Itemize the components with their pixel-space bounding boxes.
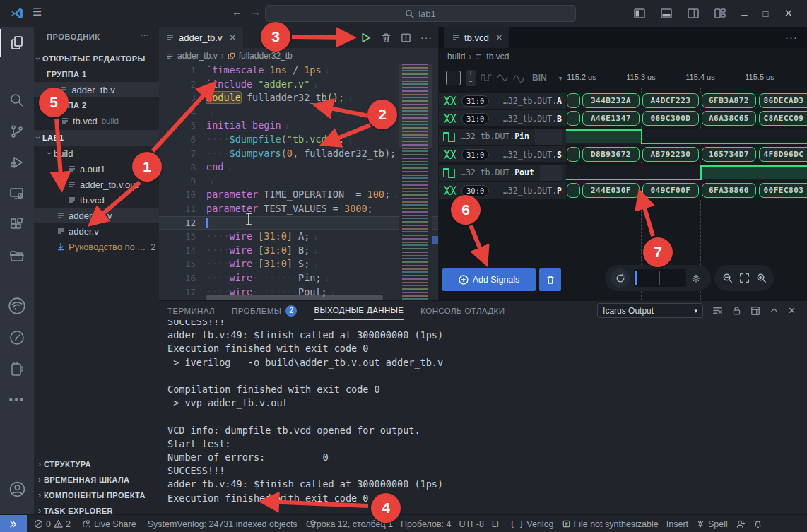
panel-tab-terminal[interactable]: ТЕРМИНАЛ [167,301,215,320]
wave-breadcrumb[interactable]: build › tb.vcd [447,48,509,65]
spell-checker-status[interactable]: Spell [696,519,728,529]
signal-row-Pin[interactable]: …32_tb.DUT.Pin [439,129,566,145]
signal-row-B[interactable]: 31:0…32_tb.DUT.B [439,110,566,126]
wireless-tool-icon[interactable] [0,292,34,320]
wave-more-icon[interactable]: ··· [785,31,798,43]
code-line-10[interactable]: 10parameter TIME_OPERATION = 100;↓ [159,188,438,202]
code-line-15[interactable]: 15····wire [31:0] S;↓ [159,257,438,271]
toggle-sidebar-icon[interactable] [634,8,645,19]
timing-tool-icon[interactable] [0,324,34,352]
workspace-header-lab1[interactable]: › LAB1 [34,130,159,146]
pulse-format-icon[interactable] [481,73,492,83]
language-indexer-status[interactable]: SystemVerilog: 24731 indexed objects [148,519,298,529]
breadcrumb[interactable]: adder_tb.v › fulladder32_tb [166,48,293,64]
wave-select-checkbox[interactable] [446,71,461,85]
minimap-slider[interactable] [399,64,432,148]
cursor-position-status[interactable]: Строка 12, столбец 1 [306,519,393,529]
tree-item-adder-v[interactable]: adder.v [34,223,159,239]
close-window-button[interactable]: ✕ [784,7,793,20]
time-cursor-input[interactable] [634,269,686,287]
code-line-14[interactable]: 14····wire [31:0] B;↓ [159,244,438,258]
person-add-icon[interactable] [736,519,746,528]
expand-signals-button[interactable]: + [466,70,476,78]
code-line-11[interactable]: 11parameter TEST_VALUES = 3000;↓ [159,202,438,216]
minimize-button[interactable]: – [741,8,747,20]
search-view-icon[interactable] [0,86,34,114]
output-channel-select[interactable]: Icarus Output ▾ [597,303,703,318]
code-line-7[interactable]: 7····$dumpvars(0, fulladder32_tb);↓ [159,147,438,161]
maximize-button[interactable]: □ [763,8,769,19]
panel-tab-output[interactable]: ВЫХОДНЫЕ ДАННЫЕ [314,301,404,320]
explorer-icon[interactable] [0,29,34,57]
zoom-fit-icon[interactable] [739,273,750,283]
code-line-1[interactable]: 1`timescale 1ns / 1ps↓ [159,64,438,78]
editor-more-icon[interactable]: ··· [420,32,432,43]
code-line-13[interactable]: 13····wire [31:0] A;↓ [159,230,438,244]
close-tab-icon[interactable]: ✕ [229,33,235,42]
add-signals-button[interactable]: Add Signals [442,268,536,291]
tree-item-adder-tb-v[interactable]: adder_tb.v [34,208,159,223]
account-icon[interactable] [0,475,34,503]
horizontal-scrollbar[interactable] [206,295,383,300]
code-line-6[interactable]: 6····$dumpfile("tb.vcd");↓ [159,133,438,147]
menu-icon[interactable]: ☰ [33,6,42,18]
toggle-panel-icon[interactable] [661,8,672,19]
more-views-icon[interactable]: ••• [0,386,34,414]
problems-status[interactable]: 0 2 [34,519,71,529]
encoding-status[interactable]: UTF-8 [459,519,483,529]
code-line-8[interactable]: 8end↓ [159,160,438,175]
panel-tab-debug-console[interactable]: КОНСОЛЬ ОТЛАДКИ [420,301,505,320]
code-area[interactable]: 1`timescale 1ns / 1ps↓2`include "adder.v… [159,64,438,299]
panel-tab-problems[interactable]: ПРОБЛЕМЫ2 [232,301,297,320]
project-folder-icon[interactable] [0,242,34,270]
sidebar-more-icon[interactable]: ⋯ [140,30,149,40]
notebook-tool-icon[interactable] [0,355,34,384]
remove-signals-button[interactable] [539,268,561,291]
run-button[interactable] [360,32,372,44]
signal-row-P[interactable]: 30:0…32_tb.DUT.P [439,182,566,199]
customize-layout-icon[interactable] [714,8,726,19]
remote-indicator[interactable] [0,515,27,532]
code-line-3[interactable]: 3module fulladder32_tb();↓ [159,91,438,105]
zoom-out-icon[interactable] [722,273,733,283]
open-in-editor-icon[interactable] [750,306,760,316]
close-tab-icon[interactable]: ✕ [496,33,502,42]
tree-item-adder-tb-out[interactable]: adder_tb.v.out [34,177,159,192]
tab-adder-tb-v[interactable]: adder_tb.v ✕ [159,27,243,48]
signal-row-A[interactable]: 31:0…32_tb.DUT.A [439,93,566,109]
analog-format-icon-2[interactable] [513,73,524,83]
indentation-status[interactable]: Пробелов: 4 [401,519,451,529]
close-panel-icon[interactable]: ✕ [788,305,796,316]
code-line-9[interactable]: 9↓ [159,175,438,189]
maximize-panel-icon[interactable] [770,306,779,315]
open-editor-adder-tb[interactable]: ✕ adder_tb.v [34,82,159,97]
tree-item-guide[interactable]: Руководство по ... 2 [34,239,159,254]
code-line-4[interactable]: 4↓ [159,105,438,119]
clear-output-icon[interactable] [712,305,723,316]
insert-mode-status[interactable]: Insert [666,519,688,529]
open-editor-tb-vcd[interactable]: tb.vcd build [34,113,159,129]
section-timeline[interactable]: ›ВРЕМЕННАЯ ШКАЛА [34,472,159,487]
toggle-secondary-sidebar-icon[interactable] [688,8,699,19]
command-center-search[interactable]: lab1 [265,5,576,22]
nav-back-icon[interactable]: ← [232,6,242,18]
code-line-5[interactable]: 5initial begin↓ [159,119,438,133]
close-icon[interactable]: ✕ [49,86,55,94]
refresh-button[interactable] [611,268,630,288]
signal-row-Pout[interactable]: …32_tb.DUT.Pout [439,165,566,181]
section-project-components[interactable]: ›КОМПОНЕНТЫ ПРОЕКТА [34,487,159,503]
wave-settings-gear-icon[interactable] [690,273,702,284]
split-editor-icon[interactable] [401,32,411,43]
trash-icon[interactable] [381,32,391,43]
eol-status[interactable]: LF [492,519,502,529]
code-line-2[interactable]: 2`include "adder.v"↓ [159,78,438,92]
open-editors-header[interactable]: › ОТКРЫТЫЕ РЕДАКТОРЫ [34,51,159,66]
code-line-12[interactable]: 12↓ [159,216,438,230]
lock-icon[interactable] [732,306,741,316]
zoom-in-icon[interactable] [756,273,767,283]
extensions-icon[interactable] [0,211,34,239]
run-debug-icon[interactable] [0,148,34,177]
source-control-icon[interactable] [0,117,34,146]
section-structure[interactable]: ›СТРУКТУРА [34,456,159,472]
signal-row-S[interactable]: 31:0…32_tb.DUT.S [439,146,566,162]
